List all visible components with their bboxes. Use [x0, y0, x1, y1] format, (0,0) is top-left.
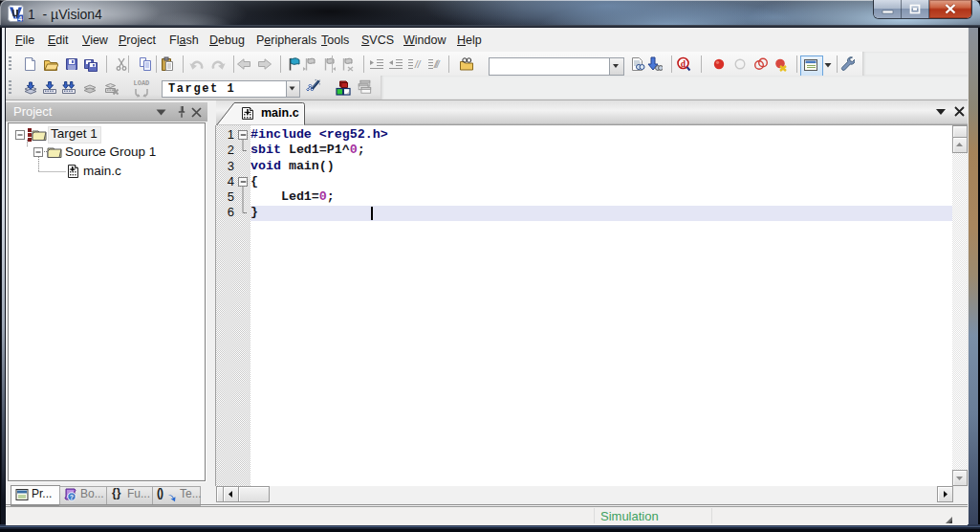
svg-text:/̸/: /̸/ [433, 59, 441, 70]
svg-text:?: ? [70, 494, 74, 500]
svg-text://: // [414, 59, 422, 70]
svg-text:d: d [681, 59, 686, 69]
